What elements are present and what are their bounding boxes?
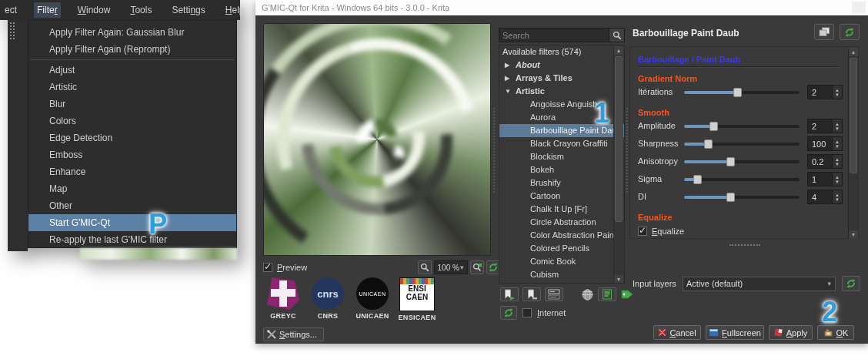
filter-tree-category-arrays-tiles[interactable]: ▶Arrays & Tiles: [499, 72, 624, 85]
spinbox-arrows[interactable]: ▲▼: [833, 85, 843, 99]
param-slider[interactable]: [684, 125, 800, 128]
update-filters-button[interactable]: [598, 287, 616, 301]
spinbox-value[interactable]: 2: [807, 119, 833, 133]
splitter-left[interactable]: [493, 108, 497, 193]
preview-image[interactable]: [263, 23, 491, 256]
param-spinbox[interactable]: 100▲▼: [807, 136, 843, 151]
params-scrollbar[interactable]: ▲ ▼: [848, 48, 858, 239]
settings-button[interactable]: Settings...: [263, 327, 324, 341]
zoom-fit-button[interactable]: [470, 260, 484, 274]
menubar-item-window[interactable]: Window: [75, 2, 114, 18]
close-button[interactable]: [852, 2, 866, 13]
menubar-item-help[interactable]: Help: [222, 2, 248, 18]
equalize-checkbox[interactable]: [638, 227, 647, 236]
tree-collapsed-icon[interactable]: ▶: [505, 59, 512, 72]
filter-doc-link[interactable]: Barbouillage / Paint Daub: [638, 55, 840, 64]
rename-fave-button[interactable]: [545, 287, 563, 301]
menu-item-apply-filter-again-reprompt-[interactable]: Apply Filter Again (Reprompt): [28, 41, 236, 58]
spinbox-value[interactable]: 0.2: [807, 154, 833, 169]
filter-tree-item-color-abstraction-paint[interactable]: Color Abstraction Paint: [499, 229, 624, 242]
menu-item-colors[interactable]: Colors: [28, 113, 236, 129]
param-slider[interactable]: [684, 196, 800, 199]
logo-cnrs[interactable]: cnrs CNRS: [309, 277, 346, 321]
scroll-down-icon[interactable]: ▼: [614, 275, 623, 284]
filter-tree-item-black-crayon-graffiti[interactable]: Black Crayon Graffiti: [499, 137, 624, 150]
param-slider[interactable]: [684, 91, 800, 94]
scroll-down-icon[interactable]: ▼: [849, 230, 858, 239]
filter-tree-item-chalk-it-up-fr-[interactable]: Chalk It Up [Fr]: [499, 203, 624, 216]
menu-item-emboss[interactable]: Emboss: [28, 146, 236, 163]
menubar-item-settings[interactable]: Settings: [169, 2, 208, 18]
scrollbar-thumb[interactable]: [850, 58, 857, 173]
spinbox-value[interactable]: 1: [807, 172, 833, 186]
menu-item-edge-detection[interactable]: Edge Detection: [28, 129, 236, 146]
param-spinbox[interactable]: 2▲▼: [807, 85, 843, 99]
param-slider[interactable]: [684, 143, 800, 146]
spinbox-arrows[interactable]: ▲▼: [833, 190, 843, 204]
menubar-item-tools[interactable]: Tools: [127, 2, 155, 18]
slider-knob[interactable]: [693, 175, 702, 184]
slider-knob[interactable]: [704, 139, 713, 149]
dialog-titlebar[interactable]: G'MIC-Qt for Krita - Windows 64 bits - 3…: [255, 0, 868, 15]
filter-tree-item-colored-pencils[interactable]: Colored Pencils: [499, 242, 624, 255]
filter-tree-item-cubism[interactable]: Cubism: [499, 268, 624, 281]
refresh-layers-button[interactable]: [842, 276, 860, 291]
filter-tree-category-about[interactable]: ▶About: [499, 59, 624, 72]
menu-item-enhance[interactable]: Enhance: [28, 163, 236, 180]
spinbox-value[interactable]: 100: [807, 136, 833, 151]
menu-item-start-g-mic-qt[interactable]: Start G'MIC-Qt: [28, 214, 236, 231]
remove-fave-button[interactable]: [522, 287, 541, 301]
param-spinbox[interactable]: 4▲▼: [807, 190, 843, 204]
menu-item-adjust[interactable]: Adjust: [28, 62, 236, 79]
zoom-level-value[interactable]: 100 % ▾: [434, 260, 468, 274]
spinbox-arrows[interactable]: ▲▼: [833, 119, 843, 133]
filter-list-scrollbar[interactable]: ▲ ▼: [613, 46, 623, 284]
refresh-filters-button[interactable]: [500, 306, 517, 320]
slider-knob[interactable]: [726, 193, 735, 202]
toolbar-grip-handle[interactable]: [9, 22, 16, 40]
param-spinbox[interactable]: 1▲▼: [807, 172, 843, 186]
filter-tree-item-comic-book[interactable]: Comic Book: [499, 255, 624, 268]
scroll-up-icon[interactable]: ▲: [614, 46, 623, 55]
spinbox-value[interactable]: 2: [807, 85, 833, 99]
filter-tree-item-brushify[interactable]: Brushify: [499, 176, 624, 190]
scrollbar-thumb[interactable]: [615, 56, 623, 222]
menubar-item-ect[interactable]: ect: [2, 2, 20, 18]
slider-knob[interactable]: [726, 157, 735, 166]
reset-parameters-button[interactable]: [840, 24, 860, 40]
search-input[interactable]: [499, 31, 609, 40]
horizontal-splitter-handle[interactable]: [729, 244, 760, 246]
spinbox-arrows[interactable]: ▲▼: [833, 172, 843, 186]
param-spinbox[interactable]: 0.2▲▼: [807, 154, 843, 169]
menu-item-other[interactable]: Other: [28, 197, 236, 214]
tree-expanded-icon[interactable]: ▼: [505, 85, 512, 98]
filter-tree-item-cartoon[interactable]: Cartoon: [499, 190, 624, 203]
filter-tree-item-bokeh[interactable]: Bokeh: [499, 163, 624, 176]
menu-item-re-apply-the-last-g-mic-filter[interactable]: Re-apply the last G'MIC filter: [28, 231, 236, 248]
slider-knob[interactable]: [709, 122, 718, 131]
slider-knob[interactable]: [733, 88, 742, 97]
spinbox-arrows[interactable]: ▲▼: [833, 136, 843, 151]
copy-command-button[interactable]: [814, 24, 834, 40]
zoom-out-button[interactable]: [418, 260, 432, 274]
tree-collapsed-icon[interactable]: ▶: [505, 72, 512, 85]
fullscreen-button[interactable]: Fullscreen: [706, 325, 764, 340]
logo-unicaen[interactable]: UNICAEN UNICAEN: [354, 277, 391, 321]
spinbox-arrows[interactable]: ▲▼: [833, 154, 843, 169]
input-layers-select[interactable]: Active (default) ▾: [683, 277, 836, 291]
spinbox-value[interactable]: 4: [807, 190, 833, 204]
preview-checkbox[interactable]: [263, 263, 272, 272]
filter-tree-item-blockism[interactable]: Blockism: [499, 150, 624, 163]
search-button[interactable]: [609, 29, 624, 42]
filter-tree-item-circle-abstraction[interactable]: Circle Abstraction: [499, 216, 624, 229]
menu-item-map[interactable]: Map: [28, 180, 236, 197]
add-fave-button[interactable]: [500, 287, 519, 301]
apply-button[interactable]: Apply: [769, 325, 813, 340]
scroll-up-icon[interactable]: ▲: [849, 48, 858, 56]
menu-item-blur[interactable]: Blur: [28, 96, 236, 113]
filter-tree-category-artistic[interactable]: ▼Artistic: [499, 85, 624, 98]
internet-checkbox[interactable]: [522, 308, 532, 317]
param-slider[interactable]: [684, 160, 800, 163]
logo-ensicaen[interactable]: ENSI CAEN ENSICAEN: [399, 277, 436, 321]
menubar-item-filter[interactable]: Filter: [34, 2, 61, 18]
